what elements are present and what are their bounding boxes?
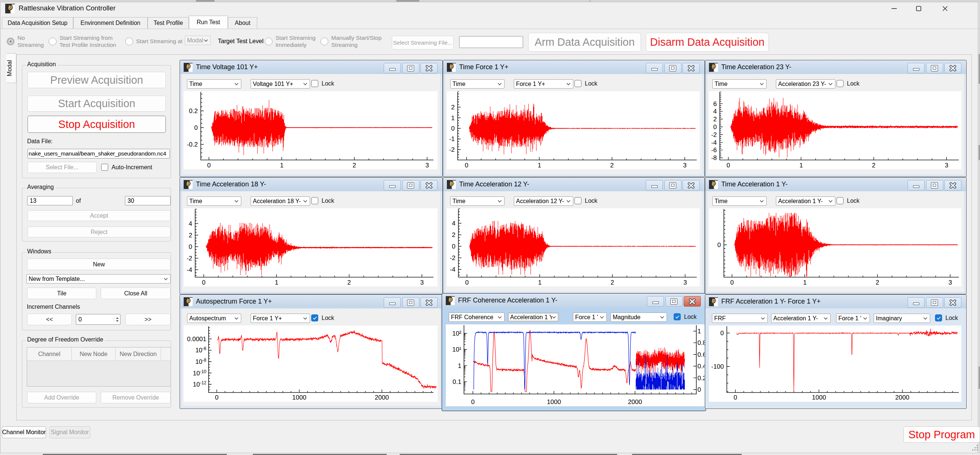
svg-text:0: 0 <box>452 243 455 250</box>
svg-text:3: 3 <box>425 162 429 169</box>
svg-text:0.8: 0.8 <box>697 339 705 346</box>
svg-text:2: 2 <box>352 162 356 169</box>
svg-text:1: 1 <box>538 279 541 286</box>
svg-text:10-8: 10-8 <box>195 358 206 366</box>
svg-text:2: 2 <box>713 116 717 123</box>
svg-text:0: 0 <box>465 162 468 169</box>
svg-text:0: 0 <box>207 162 210 169</box>
svg-text:-100: -100 <box>711 363 724 370</box>
svg-text:3: 3 <box>948 279 952 286</box>
svg-text:10-6: 10-6 <box>195 346 206 354</box>
svg-text:2: 2 <box>451 104 455 111</box>
svg-text:4: 4 <box>452 220 455 227</box>
svg-text:0.1: 0.1 <box>452 378 461 385</box>
svg-text:0: 0 <box>215 394 218 401</box>
svg-text:-1: -1 <box>449 136 455 142</box>
svg-text:-4: -4 <box>450 266 455 273</box>
svg-text:0: 0 <box>730 279 733 286</box>
svg-text:0: 0 <box>471 398 474 406</box>
svg-text:10¹: 10¹ <box>452 346 461 353</box>
svg-text:1000: 1000 <box>812 394 826 401</box>
svg-text:0.2: 0.2 <box>189 107 198 115</box>
svg-text:0.0001: 0.0001 <box>187 335 206 343</box>
svg-text:2: 2 <box>610 162 613 169</box>
svg-text:2: 2 <box>611 279 614 286</box>
svg-text:-8: -8 <box>711 154 717 161</box>
svg-text:0.6: 0.6 <box>697 351 705 358</box>
svg-text:10²: 10² <box>452 330 461 337</box>
svg-text:2000: 2000 <box>375 394 389 401</box>
svg-text:0: 0 <box>465 279 468 286</box>
svg-text:1: 1 <box>458 362 461 369</box>
svg-text:1: 1 <box>275 279 278 286</box>
svg-text:1: 1 <box>538 162 541 169</box>
svg-text:3: 3 <box>945 162 948 169</box>
svg-text:2: 2 <box>189 232 192 239</box>
svg-text:-4: -4 <box>187 267 192 273</box>
svg-text:1: 1 <box>280 162 283 169</box>
svg-text:1: 1 <box>451 115 455 122</box>
svg-text:0: 0 <box>721 330 724 337</box>
svg-text:6: 6 <box>713 101 717 107</box>
svg-text:0.2: 0.2 <box>697 375 705 382</box>
svg-text:-2: -2 <box>187 255 192 262</box>
svg-text:2: 2 <box>347 279 351 286</box>
svg-text:4: 4 <box>189 220 192 227</box>
svg-text:-2: -2 <box>711 131 717 138</box>
svg-text:1: 1 <box>799 162 803 169</box>
svg-text:2000: 2000 <box>895 394 909 401</box>
svg-text:10-10: 10-10 <box>193 369 207 377</box>
svg-text:0: 0 <box>194 124 198 131</box>
svg-text:3: 3 <box>683 279 687 286</box>
svg-text:1000: 1000 <box>292 394 306 401</box>
svg-text:0: 0 <box>713 123 717 131</box>
svg-text:1: 1 <box>803 279 807 286</box>
svg-text:3: 3 <box>683 162 686 169</box>
svg-text:0.4: 0.4 <box>697 363 705 370</box>
svg-text:0: 0 <box>451 125 455 132</box>
svg-text:-0.2: -0.2 <box>187 141 198 148</box>
svg-text:0: 0 <box>718 241 721 249</box>
svg-text:-2: -2 <box>450 254 455 262</box>
svg-text:0: 0 <box>202 279 205 286</box>
svg-text:2000: 2000 <box>628 398 642 406</box>
svg-text:2: 2 <box>872 162 875 169</box>
svg-text:10-12: 10-12 <box>193 380 207 388</box>
svg-text:2: 2 <box>875 279 879 286</box>
svg-text:-4: -4 <box>711 139 717 146</box>
svg-text:0: 0 <box>733 394 737 401</box>
svg-text:1: 1 <box>697 328 701 335</box>
svg-text:-2: -2 <box>449 146 455 153</box>
svg-text:-6: -6 <box>711 147 717 154</box>
svg-text:3: 3 <box>420 279 423 286</box>
svg-text:1000: 1000 <box>547 398 561 406</box>
svg-text:4: 4 <box>713 108 717 115</box>
svg-text:0: 0 <box>697 386 701 393</box>
svg-text:0: 0 <box>189 243 192 251</box>
svg-text:2: 2 <box>452 231 455 238</box>
svg-text:0: 0 <box>727 162 730 169</box>
